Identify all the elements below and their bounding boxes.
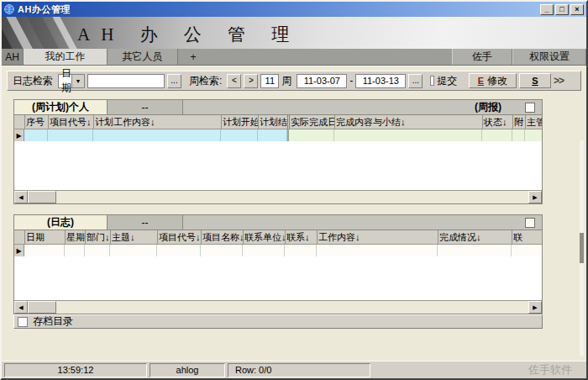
- report-cell[interactable]: [512, 129, 525, 141]
- scrollbar-thumb[interactable]: [28, 191, 56, 203]
- next-week-button[interactable]: >: [244, 74, 258, 88]
- search-input[interactable]: [87, 74, 165, 88]
- report-cell[interactable]: [525, 129, 542, 141]
- log-cell[interactable]: [438, 245, 512, 256]
- scroll-left-icon[interactable]: ◀: [14, 301, 28, 314]
- column-header[interactable]: 日期: [24, 230, 65, 244]
- date-from-input[interactable]: [297, 74, 347, 88]
- week-number-input[interactable]: [260, 74, 279, 88]
- column-header[interactable]: 完成内容与小结↓: [334, 115, 482, 129]
- column-header[interactable]: 主题↓: [110, 230, 157, 244]
- column-header[interactable]: 联: [512, 230, 542, 244]
- column-header[interactable]: 状态↓: [482, 115, 512, 129]
- column-header[interactable]: 项目名称↓: [201, 230, 243, 244]
- report-cell[interactable]: [334, 129, 482, 141]
- report-cell[interactable]: [482, 129, 512, 141]
- column-header[interactable]: 附: [512, 115, 525, 129]
- scrollbar-thumb[interactable]: [28, 301, 56, 314]
- column-header[interactable]: 主管: [525, 115, 542, 129]
- scroll-left-icon[interactable]: ◀: [14, 191, 28, 203]
- archive-bar: 存档目录: [13, 314, 543, 329]
- search-ellipsis-button[interactable]: ...: [167, 74, 181, 88]
- maximize-button[interactable]: □: [555, 4, 569, 15]
- log-cell[interactable]: [65, 245, 85, 256]
- log-cell[interactable]: [285, 245, 317, 256]
- dropdown-arrow-icon[interactable]: ▼: [71, 75, 84, 87]
- submit-checkbox[interactable]: [430, 76, 435, 86]
- column-header[interactable]: 实际完成日: [287, 115, 334, 129]
- plan-cell[interactable]: [258, 129, 287, 141]
- right-scrollbar[interactable]: [580, 140, 584, 356]
- log-cell[interactable]: [24, 245, 65, 256]
- permission-settings-button[interactable]: 权限设置: [512, 49, 586, 65]
- expand-button[interactable]: >>: [554, 75, 564, 87]
- save-button[interactable]: S: [519, 73, 551, 88]
- assistant-button[interactable]: 佐手: [452, 49, 512, 65]
- plan-section-strip: (周报): [183, 99, 543, 114]
- log-table-row[interactable]: ▶: [14, 245, 542, 256]
- title-bar[interactable]: AH办公管理 _ □ ×: [2, 2, 586, 17]
- scroll-right-icon[interactable]: ▶: [528, 191, 542, 203]
- report-cell[interactable]: [287, 129, 334, 141]
- tab-add[interactable]: +: [178, 49, 208, 65]
- tab-ah[interactable]: AH: [2, 49, 24, 65]
- log-tab[interactable]: (日志): [13, 214, 108, 230]
- plan-table-header: 序号 项目代号↓ 计划工作内容↓ 计划开始 计划结束↓ 实际完成日 完成内容与小…: [14, 115, 542, 129]
- main-tabbar: AH 我的工作 其它人员 + 佐手 权限设置: [2, 49, 586, 66]
- column-header[interactable]: 计划开始: [221, 115, 258, 129]
- log-cell[interactable]: [157, 245, 201, 256]
- column-header[interactable]: 部门↓: [85, 230, 110, 244]
- plan-horizontal-scrollbar[interactable]: ◀ ▶: [14, 190, 542, 203]
- column-header[interactable]: 联系单位↓: [243, 230, 285, 244]
- plan-section-tabs: (周计划)个人 -- (周报): [13, 99, 543, 114]
- log-table: 日期 星期 部门↓ 主题↓ 项目代号↓ 项目名称↓ 联系单位↓ 联系↓ 工作内容…: [13, 230, 543, 314]
- column-header[interactable]: 工作内容↓: [317, 230, 438, 244]
- tab-other-staff[interactable]: 其它人员: [108, 49, 178, 65]
- app-banner: AH 办 公 管 理: [2, 17, 586, 49]
- date-ellipsis-button[interactable]: ...: [408, 74, 423, 88]
- plan-tab-secondary[interactable]: --: [108, 99, 183, 114]
- scrollbar-track[interactable]: [56, 301, 528, 314]
- log-cell[interactable]: [110, 245, 157, 256]
- column-header[interactable]: 序号: [24, 115, 48, 129]
- scroll-right-icon[interactable]: ▶: [528, 301, 542, 314]
- plan-cell[interactable]: [221, 129, 258, 141]
- log-cell[interactable]: [512, 245, 542, 256]
- log-cell[interactable]: [243, 245, 285, 256]
- prev-week-button[interactable]: <: [227, 74, 241, 88]
- log-horizontal-scrollbar[interactable]: ◀ ▶: [14, 300, 542, 314]
- close-button[interactable]: ×: [570, 4, 584, 15]
- archive-checkbox[interactable]: [18, 317, 28, 327]
- plan-section-checkbox[interactable]: [525, 103, 535, 113]
- column-header[interactable]: 联系↓: [285, 230, 317, 244]
- column-header[interactable]: 项目代号↓: [157, 230, 201, 244]
- minimize-button[interactable]: _: [540, 4, 554, 15]
- plan-tab-personal[interactable]: (周计划)个人: [13, 99, 108, 114]
- column-header[interactable]: 计划工作内容↓: [93, 115, 221, 129]
- column-header[interactable]: 计划结束↓: [258, 115, 287, 129]
- log-section-checkbox[interactable]: [525, 218, 535, 228]
- column-header[interactable]: 项目代号↓: [48, 115, 93, 129]
- scrollbar-track[interactable]: [56, 191, 528, 203]
- work-area: (周计划)个人 -- (周报) 序号 项目代号↓ 计划工作内容↓ 计划开始 计划…: [2, 91, 586, 329]
- plan-cell[interactable]: [24, 129, 48, 141]
- date-range-separator: -: [349, 75, 353, 87]
- search-field-select[interactable]: 日期 ▼: [58, 74, 85, 88]
- column-header[interactable]: 星期: [65, 230, 85, 244]
- row-selector-icon: ▶: [14, 129, 24, 141]
- column-header[interactable]: 完成情况↓: [438, 230, 512, 244]
- log-cell[interactable]: [317, 245, 438, 256]
- tab-my-work[interactable]: 我的工作: [24, 49, 108, 65]
- log-table-empty-area: [14, 256, 542, 300]
- plan-cell[interactable]: [93, 129, 221, 141]
- log-cell[interactable]: [201, 245, 243, 256]
- log-cell[interactable]: [85, 245, 110, 256]
- plan-cell[interactable]: [48, 129, 93, 141]
- date-to-input[interactable]: [355, 74, 406, 88]
- log-tab-secondary[interactable]: --: [108, 214, 183, 230]
- search-field-value: 日期: [59, 66, 71, 95]
- row-selector-header: [14, 230, 24, 244]
- modify-button[interactable]: E 修改: [469, 73, 517, 88]
- right-scrollbar-thumb[interactable]: [580, 233, 584, 263]
- plan-table-row[interactable]: ▶: [14, 129, 542, 141]
